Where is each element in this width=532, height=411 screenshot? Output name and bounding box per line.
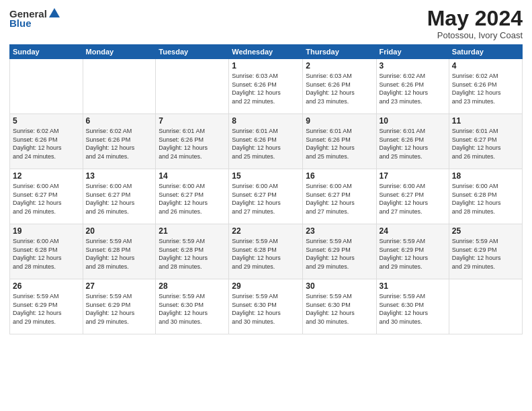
col-friday: Friday [376,45,449,59]
day-info: Sunrise: 5:59 AM Sunset: 6:28 PM Dayligh… [232,237,300,271]
day-number: 25 [452,226,519,236]
day-info: Sunrise: 6:00 AM Sunset: 6:28 PM Dayligh… [13,237,80,271]
table-row: 17Sunrise: 6:00 AM Sunset: 6:27 PM Dayli… [376,169,449,224]
day-info: Sunrise: 6:03 AM Sunset: 6:26 PM Dayligh… [232,72,300,105]
day-number: 13 [86,171,153,181]
day-info: Sunrise: 6:02 AM Sunset: 6:26 PM Dayligh… [86,127,153,161]
day-info: Sunrise: 6:01 AM Sunset: 6:26 PM Dayligh… [159,127,226,161]
table-row: 15Sunrise: 6:00 AM Sunset: 6:27 PM Dayli… [229,169,303,224]
logo-blue: Blue [9,17,32,29]
table-row: 16Sunrise: 6:00 AM Sunset: 6:27 PM Dayli… [303,169,376,224]
day-number: 8 [232,116,300,126]
day-number: 19 [13,226,80,236]
svg-marker-0 [49,8,60,17]
day-info: Sunrise: 5:59 AM Sunset: 6:29 PM Dayligh… [452,237,519,271]
day-info: Sunrise: 6:01 AM Sunset: 6:26 PM Dayligh… [232,127,300,161]
table-row: 8Sunrise: 6:01 AM Sunset: 6:26 PM Daylig… [229,114,303,169]
day-info: Sunrise: 6:00 AM Sunset: 6:27 PM Dayligh… [232,182,300,216]
col-saturday: Saturday [449,45,522,59]
day-info: Sunrise: 6:02 AM Sunset: 6:26 PM Dayligh… [380,72,446,105]
day-number: 20 [86,226,153,236]
day-number: 7 [159,116,226,126]
day-info: Sunrise: 6:01 AM Sunset: 6:27 PM Dayligh… [452,127,519,161]
day-number: 15 [232,171,300,181]
calendar-week-row: 19Sunrise: 6:00 AM Sunset: 6:28 PM Dayli… [10,224,523,279]
day-info: Sunrise: 5:59 AM Sunset: 6:29 PM Dayligh… [380,237,446,271]
col-wednesday: Wednesday [229,45,303,59]
day-info: Sunrise: 6:00 AM Sunset: 6:28 PM Dayligh… [452,182,519,216]
day-info: Sunrise: 6:02 AM Sunset: 6:26 PM Dayligh… [13,127,80,161]
day-info: Sunrise: 5:59 AM Sunset: 6:30 PM Dayligh… [306,292,373,326]
table-row: 5Sunrise: 6:02 AM Sunset: 6:26 PM Daylig… [10,114,83,169]
table-row: 7Sunrise: 6:01 AM Sunset: 6:26 PM Daylig… [156,114,229,169]
table-row: 24Sunrise: 5:59 AM Sunset: 6:29 PM Dayli… [376,224,449,279]
day-info: Sunrise: 5:59 AM Sunset: 6:30 PM Dayligh… [159,292,226,326]
calendar-table: Sunday Monday Tuesday Wednesday Thursday… [9,44,523,334]
logo: General Blue [9,7,61,29]
day-number: 23 [306,226,373,236]
table-row: 18Sunrise: 6:00 AM Sunset: 6:28 PM Dayli… [449,169,522,224]
day-number: 9 [306,116,373,126]
table-row [449,279,522,334]
table-row: 31Sunrise: 5:59 AM Sunset: 6:30 PM Dayli… [376,279,449,334]
col-tuesday: Tuesday [156,45,229,59]
table-row: 29Sunrise: 5:59 AM Sunset: 6:30 PM Dayli… [229,279,303,334]
table-row: 11Sunrise: 6:01 AM Sunset: 6:27 PM Dayli… [449,114,522,169]
table-row [156,59,229,114]
day-info: Sunrise: 6:02 AM Sunset: 6:26 PM Dayligh… [452,72,519,105]
day-number: 11 [452,116,519,126]
table-row: 10Sunrise: 6:01 AM Sunset: 6:26 PM Dayli… [376,114,449,169]
day-info: Sunrise: 6:03 AM Sunset: 6:26 PM Dayligh… [306,72,373,105]
day-number: 30 [306,281,373,291]
calendar-week-row: 5Sunrise: 6:02 AM Sunset: 6:26 PM Daylig… [10,114,523,169]
day-info: Sunrise: 6:01 AM Sunset: 6:26 PM Dayligh… [380,127,446,161]
table-row: 22Sunrise: 5:59 AM Sunset: 6:28 PM Dayli… [229,224,303,279]
day-number: 14 [159,171,226,181]
day-number: 28 [159,281,226,291]
table-row: 3Sunrise: 6:02 AM Sunset: 6:26 PM Daylig… [376,59,449,114]
day-number: 27 [86,281,153,291]
table-row: 23Sunrise: 5:59 AM Sunset: 6:29 PM Dayli… [303,224,376,279]
day-number: 6 [86,116,153,126]
day-info: Sunrise: 6:00 AM Sunset: 6:27 PM Dayligh… [380,182,446,216]
table-row: 25Sunrise: 5:59 AM Sunset: 6:29 PM Dayli… [449,224,522,279]
calendar-header-row: Sunday Monday Tuesday Wednesday Thursday… [10,45,523,59]
page: General Blue May 2024 Potossou, Ivory Co… [0,0,532,411]
table-row: 27Sunrise: 5:59 AM Sunset: 6:29 PM Dayli… [83,279,156,334]
day-info: Sunrise: 6:01 AM Sunset: 6:26 PM Dayligh… [306,127,373,161]
day-number: 5 [13,116,80,126]
table-row: 4Sunrise: 6:02 AM Sunset: 6:26 PM Daylig… [449,59,522,114]
calendar-week-row: 1Sunrise: 6:03 AM Sunset: 6:26 PM Daylig… [10,59,523,114]
table-row [10,59,83,114]
table-row: 6Sunrise: 6:02 AM Sunset: 6:26 PM Daylig… [83,114,156,169]
col-monday: Monday [83,45,156,59]
table-row: 1Sunrise: 6:03 AM Sunset: 6:26 PM Daylig… [229,59,303,114]
table-row: 19Sunrise: 6:00 AM Sunset: 6:28 PM Dayli… [10,224,83,279]
day-number: 12 [13,171,80,181]
header: General Blue May 2024 Potossou, Ivory Co… [9,7,523,40]
calendar-week-row: 26Sunrise: 5:59 AM Sunset: 6:29 PM Dayli… [10,279,523,334]
table-row: 30Sunrise: 5:59 AM Sunset: 6:30 PM Dayli… [303,279,376,334]
day-number: 21 [159,226,226,236]
day-info: Sunrise: 5:59 AM Sunset: 6:28 PM Dayligh… [159,237,226,271]
day-info: Sunrise: 5:59 AM Sunset: 6:29 PM Dayligh… [306,237,373,271]
day-number: 18 [452,171,519,181]
title-area: May 2024 Potossou, Ivory Coast [427,7,523,40]
table-row: 2Sunrise: 6:03 AM Sunset: 6:26 PM Daylig… [303,59,376,114]
table-row: 21Sunrise: 5:59 AM Sunset: 6:28 PM Dayli… [156,224,229,279]
day-info: Sunrise: 6:00 AM Sunset: 6:27 PM Dayligh… [13,182,80,216]
month-title: May 2024 [427,7,523,30]
calendar-week-row: 12Sunrise: 6:00 AM Sunset: 6:27 PM Dayli… [10,169,523,224]
table-row [83,59,156,114]
table-row: 13Sunrise: 6:00 AM Sunset: 6:27 PM Dayli… [83,169,156,224]
day-number: 24 [380,226,446,236]
table-row: 12Sunrise: 6:00 AM Sunset: 6:27 PM Dayli… [10,169,83,224]
logo-icon [48,7,61,20]
table-row: 28Sunrise: 5:59 AM Sunset: 6:30 PM Dayli… [156,279,229,334]
table-row: 9Sunrise: 6:01 AM Sunset: 6:26 PM Daylig… [303,114,376,169]
day-info: Sunrise: 5:59 AM Sunset: 6:30 PM Dayligh… [232,292,300,326]
day-number: 16 [306,171,373,181]
col-thursday: Thursday [303,45,376,59]
day-info: Sunrise: 5:59 AM Sunset: 6:29 PM Dayligh… [13,292,80,326]
day-number: 2 [306,61,373,71]
